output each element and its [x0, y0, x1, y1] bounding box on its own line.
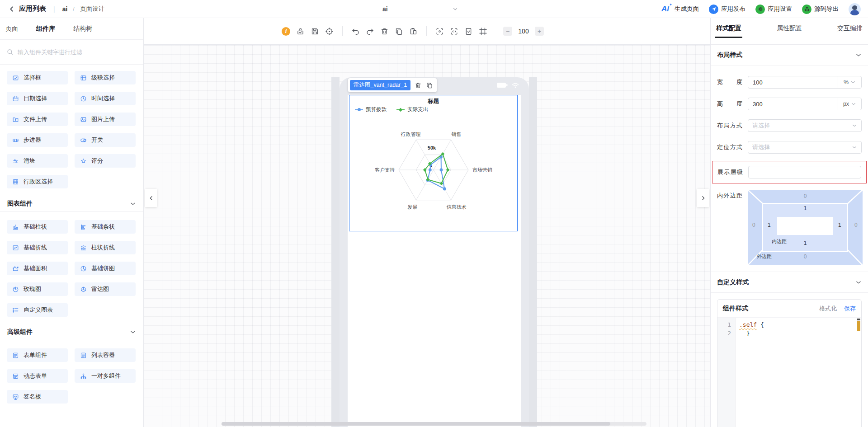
delete-component-icon[interactable] [415, 82, 422, 89]
margin-top-value[interactable]: 0 [748, 193, 863, 199]
z-level-input[interactable] [749, 169, 861, 176]
save-button[interactable]: 保存 [844, 305, 856, 313]
legend-item-预算拨款[interactable]: 预算拨款 [355, 106, 387, 113]
component-item-slider[interactable]: 滑块 [7, 154, 68, 168]
topbar-action-ai-logo[interactable]: Ai生成页面 [661, 5, 699, 14]
padding-bottom-value[interactable]: 1 [748, 240, 863, 246]
height-input[interactable] [748, 101, 838, 108]
custom-style-section-header[interactable]: 自定义样式 [711, 272, 868, 293]
component-item-radar-chart[interactable]: 雷达图 [75, 282, 136, 296]
section-header-图表组件[interactable]: 图表组件 [0, 196, 143, 212]
collapse-right-panel-handle[interactable] [697, 189, 709, 207]
component-item-dynamic-form[interactable]: 动态表单 [7, 369, 68, 383]
component-item-one-to-many[interactable]: 一对多组件 [75, 369, 136, 383]
padding-left-value[interactable]: 1 [768, 222, 771, 228]
component-item-switch[interactable]: 开关 [75, 133, 136, 147]
component-item-stepper[interactable]: 步进器 [7, 133, 68, 147]
component-item-area-chart[interactable]: 基础面积 [7, 262, 68, 275]
sidebar-tab-结构树[interactable]: 结构树 [73, 25, 92, 33]
target-icon[interactable] [325, 27, 334, 36]
zoom-in-button[interactable]: + [535, 27, 544, 36]
zoom-out-button[interactable]: − [503, 27, 512, 36]
trash-icon[interactable] [380, 27, 389, 36]
duplicate-component-icon[interactable] [426, 82, 433, 89]
page-select[interactable]: ai [354, 2, 471, 16]
copy-icon[interactable] [395, 27, 403, 36]
editor-code[interactable]: .self { } [736, 318, 861, 427]
stepper-icon [12, 137, 19, 144]
width-input[interactable] [748, 79, 838, 86]
chevron-down-icon [852, 123, 857, 128]
layout-mode-select[interactable]: 请选择 [748, 119, 862, 132]
component-item-barline-chart[interactable]: 柱状折线 [75, 241, 136, 254]
search-input[interactable] [18, 49, 137, 56]
legend-item-实际支出[interactable]: 实际支出 [396, 106, 428, 113]
component-item-calendar[interactable]: 日期选择 [7, 92, 68, 105]
code-line[interactable]: } [739, 329, 861, 338]
component-item-image-upload[interactable]: 图片上传 [75, 113, 136, 126]
layout-style-section-header[interactable]: 布局样式 [711, 45, 868, 66]
undo-icon[interactable] [351, 27, 360, 36]
component-item-file-upload[interactable]: 文件上传 [7, 113, 68, 126]
component-item-signature[interactable]: 签名板 [7, 390, 68, 404]
redo-icon[interactable] [366, 27, 374, 36]
scrollbar-thumb[interactable] [222, 422, 610, 426]
chevron-down-icon [850, 80, 856, 85]
topbar-action-gear[interactable]: 应用设置 [755, 5, 792, 14]
position-mode-select[interactable]: 请选择 [748, 141, 862, 154]
save-icon[interactable] [311, 27, 319, 36]
format-button[interactable]: 格式化 [819, 305, 837, 313]
zoom-value-input[interactable] [516, 28, 531, 35]
horizontal-scrollbar[interactable] [222, 422, 646, 426]
height-unit-select[interactable]: px [838, 98, 861, 110]
component-item-line-chart[interactable]: 基础折线 [7, 241, 68, 254]
margin-right-value[interactable]: 0 [854, 222, 858, 228]
config-tab-交互编排[interactable]: 交互编排 [837, 24, 863, 38]
z-level-label: 展示层级 [717, 168, 743, 176]
config-tab-属性配置[interactable]: 属性配置 [777, 24, 802, 38]
sidebar-tab-组件库[interactable]: 组件库 [36, 25, 55, 33]
padding-top-value[interactable]: 1 [748, 205, 863, 211]
doc-check-icon[interactable] [464, 27, 473, 36]
component-item-form[interactable]: 表单组件 [7, 348, 68, 362]
unlock-icon[interactable] [296, 27, 305, 36]
box-model-diagram[interactable]: 0 1 0 1 1 0 1 0 内边距 外边距 [748, 190, 863, 265]
component-item-hbar-chart[interactable]: 基础条状 [75, 220, 136, 234]
scan-preview-icon[interactable] [435, 27, 444, 36]
component-item-clock[interactable]: 时间选择 [75, 92, 136, 105]
component-item-rose-chart[interactable]: 玫瑰图 [7, 282, 68, 296]
paste-icon[interactable] [409, 27, 418, 36]
width-unit-select[interactable]: % [838, 76, 861, 88]
component-name-badge[interactable]: 雷达图_vant_radar_1 [350, 80, 410, 90]
info-icon[interactable]: i [282, 27, 290, 36]
component-item-star[interactable]: 评分 [75, 154, 136, 168]
code-view-icon[interactable] [450, 27, 458, 36]
margin-left-value[interactable]: 0 [752, 222, 755, 228]
back-icon[interactable] [8, 5, 15, 13]
section-header-高级组件[interactable]: 高级组件 [0, 324, 143, 340]
component-item-pie-chart[interactable]: 基础饼图 [75, 262, 136, 275]
radar-chart-component[interactable]: 标题 预算拨款实际支出 行政管理销售市场营销信息技术发展客户支持50k0 [349, 95, 518, 231]
avatar[interactable] [849, 3, 861, 15]
config-tab-样式配置[interactable]: 样式配置 [716, 24, 741, 38]
component-item-checkbox[interactable]: 选择框 [7, 71, 68, 84]
collapse-left-panel-handle[interactable] [145, 189, 157, 207]
breadcrumb-separator: / [73, 5, 75, 12]
margin-label: 外边距 [757, 253, 772, 260]
export-icon [802, 5, 811, 14]
padding-right-value[interactable]: 1 [838, 222, 841, 228]
topbar-action-export[interactable]: 源码导出 [802, 5, 839, 14]
component-item-bar-chart[interactable]: 基础柱状 [7, 220, 68, 234]
component-item-custom-chart[interactable]: 自定义图表 [7, 303, 68, 317]
back-label[interactable]: 应用列表 [19, 5, 46, 13]
component-item-cascade[interactable]: 级联选择 [75, 71, 136, 84]
component-item-list-container[interactable]: 列表容器 [75, 348, 136, 362]
design-canvas[interactable]: i−+ 雷达图_vant_radar_1 标题 预算拨款实际支出 行政管理销售市… [144, 18, 710, 427]
component-item-district[interactable]: 行政区选择 [7, 175, 68, 188]
sidebar-tab-页面[interactable]: 页面 [5, 25, 18, 33]
css-code-editor[interactable]: 12 .self { } [717, 318, 861, 427]
component-item-label: 开关 [91, 136, 103, 144]
frame-icon[interactable] [479, 27, 487, 36]
code-line[interactable]: .self { [739, 320, 861, 329]
topbar-action-paper-plane[interactable]: 应用发布 [709, 5, 745, 14]
